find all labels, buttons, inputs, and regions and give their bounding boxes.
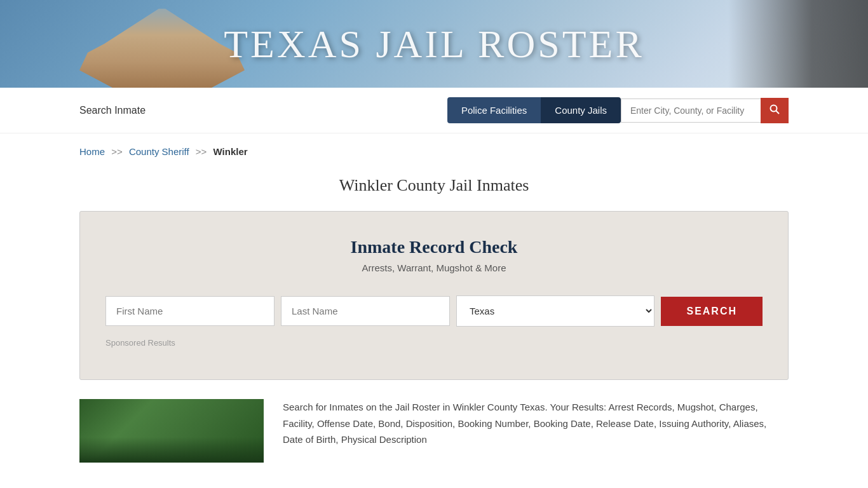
last-name-input[interactable]: [281, 296, 450, 326]
sponsored-results-label: Sponsored Results: [105, 338, 763, 348]
record-check-title: Inmate Record Check: [105, 237, 763, 257]
svg-point-0: [771, 105, 777, 111]
facility-search-button[interactable]: [761, 98, 789, 123]
first-name-input[interactable]: [105, 296, 275, 326]
search-inmate-label: Search Inmate: [79, 105, 146, 116]
nav-bar: Search Inmate Police Facilities County J…: [0, 88, 868, 133]
winkler-county-image: [79, 399, 264, 463]
breadcrumb-section: Home >> County Sheriff >> Winkler: [0, 133, 868, 170]
breadcrumb-county-sheriff[interactable]: County Sheriff: [129, 146, 189, 157]
capitol-image: [79, 0, 245, 88]
jail-keys-image: [728, 0, 868, 88]
breadcrumb-separator-1: >>: [111, 146, 123, 157]
bottom-section: Search for Inmates on the Jail Roster in…: [0, 399, 868, 463]
state-select[interactable]: Texas Alabama Alaska Arizona Arkansas Ca…: [456, 295, 654, 327]
breadcrumb-separator-2: >>: [196, 146, 207, 157]
svg-line-1: [776, 111, 780, 114]
header-banner: Texas Jail Roster: [0, 0, 868, 88]
county-jails-button[interactable]: County Jails: [541, 97, 621, 123]
record-check-subtitle: Arrests, Warrant, Mugshot & More: [105, 262, 763, 273]
record-check-form: Texas Alabama Alaska Arizona Arkansas Ca…: [105, 295, 763, 327]
record-check-box: Inmate Record Check Arrests, Warrant, Mu…: [79, 211, 789, 380]
description-text: Search for Inmates on the Jail Roster in…: [283, 399, 789, 448]
page-title-section: Winkler County Jail Inmates: [0, 170, 868, 211]
facility-search-input[interactable]: [621, 98, 761, 123]
page-title: Winkler County Jail Inmates: [0, 176, 868, 195]
police-facilities-button[interactable]: Police Facilities: [447, 97, 541, 123]
breadcrumb-home[interactable]: Home: [79, 146, 105, 157]
breadcrumb: Home >> County Sheriff >> Winkler: [79, 146, 789, 157]
breadcrumb-current: Winkler: [214, 146, 248, 157]
site-title: Texas Jail Roster: [224, 22, 644, 67]
search-icon: [770, 104, 780, 114]
inmate-search-button[interactable]: SEARCH: [661, 297, 763, 326]
nav-right-section: Police Facilities County Jails: [447, 97, 789, 123]
